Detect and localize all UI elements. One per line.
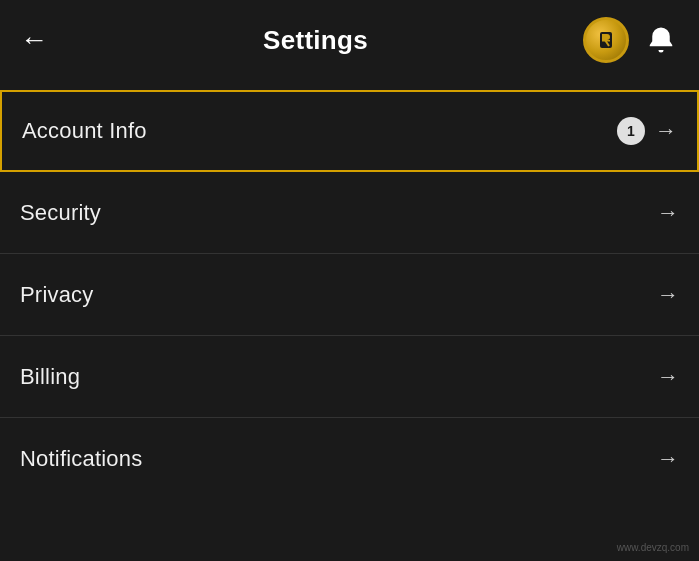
billing-label: Billing — [20, 364, 80, 390]
header: ← Settings — [0, 0, 699, 80]
settings-menu: Account Info 1 → Security → Privacy → Bi… — [0, 90, 699, 500]
notifications-right: → — [657, 446, 679, 472]
header-icons — [583, 17, 679, 63]
robux-button[interactable] — [583, 17, 629, 63]
security-right: → — [657, 200, 679, 226]
watermark: www.devzq.com — [617, 542, 689, 553]
robux-icon-svg — [592, 26, 620, 54]
bell-icon-svg — [646, 25, 676, 55]
account-info-right: 1 → — [617, 117, 677, 145]
security-label: Security — [20, 200, 101, 226]
back-button[interactable]: ← — [20, 24, 48, 56]
billing-right: → — [657, 364, 679, 390]
notifications-arrow-icon: → — [657, 446, 679, 472]
back-arrow-icon: ← — [20, 24, 48, 56]
account-info-arrow-icon: → — [655, 118, 677, 144]
menu-item-notifications[interactable]: Notifications → — [0, 418, 699, 500]
page-title: Settings — [263, 25, 368, 56]
privacy-right: → — [657, 282, 679, 308]
privacy-arrow-icon: → — [657, 282, 679, 308]
menu-item-security[interactable]: Security → — [0, 172, 699, 254]
privacy-label: Privacy — [20, 282, 94, 308]
menu-item-account-info[interactable]: Account Info 1 → — [0, 90, 699, 172]
menu-item-billing[interactable]: Billing → — [0, 336, 699, 418]
security-arrow-icon: → — [657, 200, 679, 226]
notifications-label: Notifications — [20, 446, 142, 472]
account-info-badge: 1 — [617, 117, 645, 145]
account-info-label: Account Info — [22, 118, 147, 144]
billing-arrow-icon: → — [657, 364, 679, 390]
menu-item-privacy[interactable]: Privacy → — [0, 254, 699, 336]
notifications-button[interactable] — [643, 22, 679, 58]
